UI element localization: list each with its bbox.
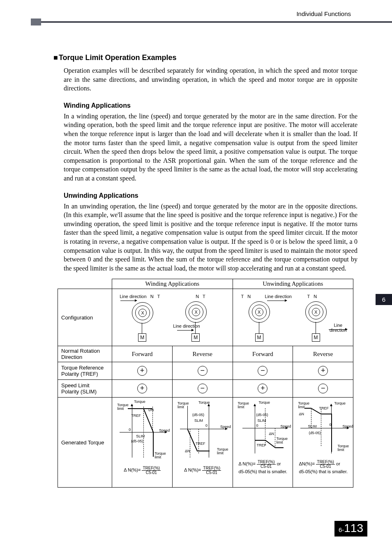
plus-icon: +	[137, 366, 147, 376]
config-unwinding: T N Line direction X	[233, 289, 353, 346]
row-tref-label: Torque Reference Polarity (TREF)	[58, 362, 112, 380]
table-row: Configuration Line direction N T	[58, 289, 353, 346]
config-winding: Line direction N T X	[112, 289, 233, 346]
row-rotation-label: Normal Rotation Direction	[58, 346, 112, 362]
header-bar	[31, 18, 392, 25]
table-row: Normal Rotation Direction Forward Revers…	[58, 346, 353, 362]
plus-icon: +	[318, 366, 328, 376]
winding-text: In a winding operation, the line (speed)…	[64, 112, 357, 183]
table-row: Speed Limit Polarity (SLIM) + − + −	[58, 380, 353, 398]
minus-icon: −	[198, 366, 208, 376]
rot-cell: Forward	[233, 346, 293, 362]
col-unwinding: Unwinding Applications	[233, 279, 353, 289]
motor-box: M	[138, 333, 146, 342]
table-row: Torque Reference Polarity (TREF) + − − +	[58, 362, 353, 380]
gen-graph-unwinding-rev: Torque limit Torque TREF ΔN SLIM	[293, 398, 353, 488]
plus-icon: +	[258, 384, 267, 393]
gen-graph-unwinding-fwd: Torque limit Torque (d5-05) SLIM 0	[233, 398, 293, 488]
line-dir-label: Line direction	[120, 294, 146, 299]
minus-icon: −	[258, 366, 267, 376]
table-row: Generated Torque Torque Torque limit DN …	[58, 398, 353, 488]
rot-cell: Reverse	[172, 346, 233, 362]
col-winding: Winding Applications	[112, 279, 233, 289]
plus-icon: +	[137, 384, 147, 393]
section-title: Torque Limit Operation Examples	[53, 53, 357, 62]
row-config-label: Configuration	[58, 289, 112, 346]
operation-table: Winding Applications Unwinding Applicati…	[58, 279, 353, 488]
winding-title: Winding Applications	[64, 102, 357, 109]
minus-icon: −	[318, 384, 328, 393]
minus-icon: −	[198, 384, 208, 393]
rot-cell: Reverse	[293, 346, 353, 362]
header-square	[31, 18, 41, 25]
unwinding-title: Unwinding Applications	[64, 192, 357, 199]
page-number: 6-113	[334, 521, 367, 536]
chapter-tab: 6	[376, 294, 392, 305]
gen-graph-winding-rev: Torque limit Torque (d5-05) SLIM 0	[172, 398, 233, 488]
header-label: Individual Functions	[296, 10, 351, 17]
row-gentq-label: Generated Torque	[58, 398, 112, 488]
row-slim-label: Speed Limit Polarity (SLIM)	[58, 380, 112, 398]
header-rule	[41, 21, 392, 23]
unwinding-text: In an unwinding operation, the line (spe…	[64, 202, 357, 273]
gen-graph-winding-fwd: Torque Torque limit DN TREF	[112, 398, 173, 488]
rot-cell: Forward	[112, 346, 173, 362]
table-row: Winding Applications Unwinding Applicati…	[58, 279, 353, 289]
section-intro: Operation examples will be described sep…	[64, 66, 357, 93]
